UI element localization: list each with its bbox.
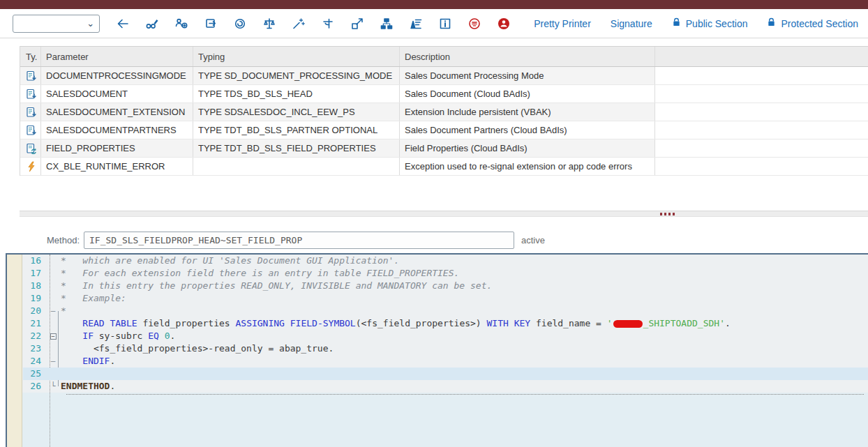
redaction-mark (613, 320, 643, 328)
code-line-23[interactable]: 23 <fs_field_properties>-read_only = aba… (23, 342, 868, 355)
check-icon[interactable] (255, 17, 284, 31)
importing-parameter-icon (20, 67, 41, 84)
command-combobox[interactable]: ⌄ (13, 15, 100, 33)
cell-description: Sales Document Processing Mode (400, 67, 655, 84)
cell-description: Extension Include persistent (VBAK) (400, 103, 655, 121)
break-session-icon[interactable] (460, 17, 489, 31)
exception-icon (20, 158, 41, 175)
importing-parameter-icon (20, 85, 41, 103)
column-header-filler (655, 47, 868, 66)
fold-gutter (45, 368, 61, 380)
code-line-26[interactable]: 26└ENDMETHOD. (23, 380, 868, 393)
code-line-22[interactable]: 22− IF sy-subrc EQ 0. (23, 330, 868, 342)
method-end-separator (66, 394, 864, 395)
cell-filler (655, 139, 868, 157)
code-text: * For each extension field there is an e… (61, 267, 868, 280)
toolbar-icon-group (108, 17, 518, 31)
code-line-21[interactable]: 21 READ TABLE field_properties ASSIGNING… (23, 317, 868, 330)
fold-gutter (45, 317, 61, 330)
method-status: active (521, 235, 545, 245)
changing-parameter-icon (20, 139, 41, 157)
column-header-typing[interactable]: Typing (193, 47, 400, 66)
code-line-18[interactable]: 18* In this entry the properties READ_ON… (23, 280, 868, 292)
line-number: 20 (23, 305, 45, 317)
cell-parameter: DOCUMENTPROCESSINGMODE (41, 67, 193, 84)
code-text (61, 368, 868, 380)
parameters-table: Ty. Parameter Typing Description DOCUMEN… (20, 46, 868, 176)
line-number: 22 (23, 330, 45, 342)
resize-icon[interactable] (343, 17, 372, 31)
method-bar: Method: IF_SD_SLS_FIELDPROP_HEAD~SET_FIE… (0, 231, 868, 250)
info-icon[interactable] (431, 17, 460, 31)
toolbar-button-public-section[interactable]: Public Section (662, 17, 758, 29)
fold-marker-box[interactable]: − (45, 330, 61, 342)
lock-icon (672, 17, 681, 29)
code-line-17[interactable]: 17* For each extension field there is an… (23, 267, 868, 280)
importing-parameter-icon (20, 103, 41, 121)
line-number: 16 (23, 255, 45, 267)
code-line-16[interactable]: 16* which are enabled for UI 'Sales Docu… (23, 255, 868, 267)
code-text: IF sy-subrc EQ 0. (61, 330, 868, 342)
code-text: * Example: (61, 292, 868, 305)
cell-filler (655, 103, 868, 121)
toolbar-button-signature[interactable]: Signature (601, 18, 662, 29)
fold-gutter (45, 280, 61, 292)
cell-description: Sales Document Partners (Cloud BAdIs) (400, 121, 655, 139)
table-row[interactable]: SALESDOCUMENT_EXTENSIONTYPE SDSALESDOC_I… (20, 103, 868, 121)
toolbar-button-label: Protected Section (781, 18, 858, 29)
fold-gutter (45, 255, 61, 267)
toolbar-button-protected-section[interactable]: Protected Section (757, 17, 868, 29)
fold-marker-dash: – (45, 355, 61, 368)
cell-parameter: SALESDOCUMENTPARTNERS (41, 121, 193, 139)
method-label: Method: (0, 235, 80, 245)
pane-bottom-bar (20, 211, 868, 217)
lock-icon (767, 17, 776, 29)
cell-parameter: SALESDOCUMENT_EXTENSION (41, 103, 193, 121)
code-line-20[interactable]: 20–* (23, 305, 868, 317)
cell-parameter: SALESDOCUMENT (41, 85, 193, 103)
cell-description: Exception used to re-signal extension or… (400, 158, 655, 175)
code-line-25[interactable]: 25 (23, 368, 868, 380)
breakpoint-margin[interactable] (7, 255, 22, 447)
hierarchy-icon[interactable] (372, 17, 401, 31)
cell-filler (655, 85, 868, 103)
code-text: ENDMETHOD. (61, 380, 868, 393)
chevron-down-icon: ⌄ (87, 19, 94, 28)
column-header-ty[interactable]: Ty. (20, 47, 41, 66)
column-header-parameter[interactable]: Parameter (41, 47, 193, 66)
pattern-icon[interactable] (284, 17, 313, 31)
toolbar-button-pretty-printer[interactable]: Pretty Printer (524, 18, 601, 29)
fold-gutter (45, 342, 61, 355)
user-session-icon[interactable] (489, 17, 518, 31)
table-row[interactable]: FIELD_PROPERTIESTYPE TDT_BD_SLS_FIELD_PR… (20, 139, 868, 158)
fold-gutter (45, 292, 61, 305)
method-name-field[interactable]: IF_SD_SLS_FIELDPROP_HEAD~SET_FIELD_PROP (84, 232, 514, 249)
copy-icon[interactable] (196, 17, 225, 31)
line-number: 23 (23, 342, 45, 355)
table-row[interactable]: SALESDOCUMENTTYPE TDS_BD_SLS_HEADSales D… (20, 85, 868, 103)
activate-icon[interactable] (225, 17, 255, 31)
sort-icon[interactable] (401, 17, 431, 31)
where-used-icon[interactable] (167, 17, 196, 31)
display-change-icon[interactable] (137, 17, 167, 31)
code-line-24[interactable]: 24– ENDIF. (23, 355, 868, 368)
parameters-table-header: Ty. Parameter Typing Description (20, 46, 868, 67)
cell-typing: TYPE TDT_BD_SLS_PARTNER OPTIONAL (193, 121, 400, 139)
table-row[interactable]: SALESDOCUMENTPARTNERSTYPE TDT_BD_SLS_PAR… (20, 121, 868, 139)
code-text: READ TABLE field_properties ASSIGNING FI… (61, 317, 868, 330)
line-number: 24 (23, 355, 45, 368)
line-number: 21 (23, 317, 45, 330)
table-row[interactable]: DOCUMENTPROCESSINGMODETYPE SD_DOCUMENT_P… (20, 67, 868, 85)
back-icon[interactable] (108, 17, 137, 31)
code-line-19[interactable]: 19* Example: (23, 292, 868, 305)
measurement-icon[interactable] (313, 17, 343, 31)
line-number: 17 (23, 267, 45, 280)
cell-filler (655, 67, 868, 84)
column-header-description[interactable]: Description (400, 47, 655, 66)
code-text: * In this entry the properties READ_ONLY… (61, 280, 868, 292)
abap-code-editor[interactable]: 16* which are enabled for UI 'Sales Docu… (6, 253, 868, 447)
cell-typing: TYPE TDS_BD_SLS_HEAD (193, 85, 400, 103)
splitter-handle[interactable] (660, 213, 675, 215)
table-row[interactable]: CX_BLE_RUNTIME_ERRORException used to re… (20, 158, 868, 176)
importing-parameter-icon (20, 121, 41, 139)
